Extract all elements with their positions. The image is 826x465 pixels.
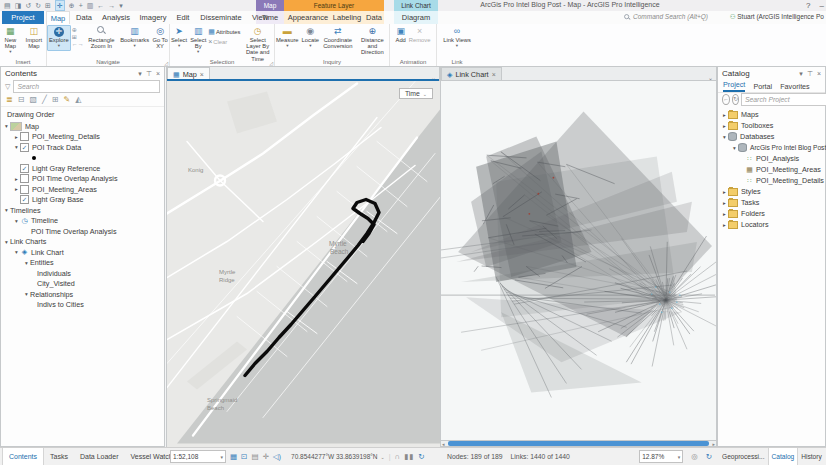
list-by-selection-icon[interactable]: ▧ [29, 95, 37, 104]
bottom-tab-tasks[interactable]: Tasks [44, 448, 74, 465]
pause-drawing-icon[interactable]: ▮▮ [404, 452, 414, 461]
node-relationships[interactable]: ▾Relationships [3, 289, 164, 300]
select-by-button[interactable]: ▥ Select By▾ [189, 25, 207, 57]
tab-disseminate[interactable]: Disseminate [196, 11, 246, 24]
refresh-link-chart-icon[interactable]: ↻ [706, 452, 712, 461]
node-timelines[interactable]: ▾Timelines [3, 205, 164, 216]
checkbox-checked[interactable]: ✓ [20, 143, 29, 152]
tab-time[interactable]: Time [256, 11, 284, 24]
remove-animation-button[interactable]: × Remove [408, 25, 432, 44]
list-by-perspective-icon[interactable]: ◭ [75, 95, 81, 104]
pane-menu-icon[interactable]: ▾ [799, 70, 803, 78]
sound-icon[interactable]: ◁) [273, 452, 281, 461]
node-entities[interactable]: ▾Entities [3, 258, 164, 269]
plus-icon[interactable]: + [79, 1, 83, 10]
next-extent-icon[interactable]: → [108, 1, 115, 10]
navigate-mini-buttons[interactable]: ⊕ ⊞ ←→ [72, 27, 84, 47]
node-link-chart[interactable]: ▾◈Link Chart [3, 247, 164, 258]
goto-xy-button[interactable]: ◎ Go To XY [151, 25, 169, 50]
checkbox-checked[interactable]: ✓ [20, 164, 29, 173]
customize-qat-icon[interactable]: ▾ [119, 1, 123, 10]
link-chart-zoom-select[interactable]: 12.87%▾ [639, 450, 683, 463]
checkbox-unchecked[interactable] [20, 174, 29, 183]
layer-poi-track-data[interactable]: ▾✓POI Track Data [3, 142, 164, 153]
import-map-button[interactable]: ◫ Import Map [22, 25, 46, 50]
explore-button[interactable]: ✛ Explore▾ [47, 25, 71, 51]
fixed-zoom-icon[interactable]: ⊞ [72, 34, 84, 40]
refresh-map-icon[interactable]: ↻ [418, 452, 424, 461]
tab-imagery[interactable]: Imagery [136, 11, 170, 24]
catalog-tab-portal[interactable]: Portal [753, 82, 772, 91]
link-chart-hscrollbar[interactable]: ◂ ▸ [440, 440, 717, 447]
tab-data[interactable]: Data [72, 11, 96, 24]
full-extent-icon[interactable]: ⊡ [241, 452, 247, 461]
scroll-right-icon[interactable]: ▸ [711, 441, 716, 447]
relationship-indivs-to-cities[interactable]: Indivs to Cities [3, 300, 164, 311]
catalog-styles[interactable]: ▸Styles [721, 186, 825, 197]
pin-icon[interactable]: ⊤ [807, 70, 813, 78]
layer-light-gray-base[interactable]: ✓Light Gray Base [3, 195, 164, 206]
help-button[interactable]: ? [806, 1, 810, 10]
entity-city-visited[interactable]: City_Visited [3, 279, 164, 290]
user-account[interactable]: ⚇ Stuart (ArcGIS Intelligence Po [730, 13, 824, 21]
list-by-snapping-icon[interactable]: ⊞ [52, 95, 59, 104]
command-search[interactable]: Command Search (Alt+Q) [623, 13, 708, 21]
redo-icon[interactable]: ↻ [35, 1, 41, 10]
symbol-point[interactable] [3, 153, 164, 164]
layer-poi-meeting-details[interactable]: ▸POI_Meeting_Details [3, 132, 164, 143]
tab-map[interactable]: Map [46, 11, 70, 24]
link-chart-canvas[interactable] [440, 81, 717, 441]
bookmarks-icon[interactable]: ▥ [87, 1, 94, 10]
map-canvas[interactable]: KonigMyrtleBeachMyrtleRidgeSpringmaidBea… [166, 81, 440, 447]
snapping-icon[interactable]: ∩ [395, 452, 400, 461]
catalog-tab-project[interactable]: Project [723, 80, 745, 92]
clear-button[interactable]: × Clear [208, 38, 240, 45]
layer-light-gray-reference[interactable]: ✓Light Gray Reference [3, 163, 164, 174]
pan-icon[interactable]: ✛ [262, 452, 268, 461]
scroll-left-icon[interactable]: ◂ [441, 441, 446, 447]
previous-extent-icon[interactable]: ← [97, 1, 104, 10]
tab-appearance[interactable]: Appearance [286, 11, 330, 24]
close-link-chart-tab-icon[interactable]: × [492, 71, 496, 78]
bottom-tab-data-loader[interactable]: Data Loader [74, 448, 125, 465]
tab-diagram[interactable]: Diagram [396, 11, 436, 24]
back-icon[interactable]: ← [722, 94, 730, 105]
catalog-toolboxes[interactable]: ▸Toolboxes [721, 120, 825, 131]
catalog-folders[interactable]: ▸Folders [721, 208, 825, 219]
catalog-gdb[interactable]: ▾ArcGis Pro Intel Blog Post.gdb [721, 142, 825, 153]
bookmarks-button[interactable]: ▥ Bookmarks▾ [119, 25, 150, 50]
close-map-tab-icon[interactable]: × [200, 71, 204, 78]
link-chart-view-tab[interactable]: ◈ Link Chart × [441, 67, 502, 81]
catalog-locators[interactable]: ▸Locators [721, 219, 825, 230]
tab-project[interactable]: Project [2, 11, 44, 24]
list-by-editing-icon[interactable]: ╱ [42, 95, 47, 104]
link-views-button[interactable]: ∞ Link Views▾ [442, 25, 472, 50]
save-project-icon[interactable]: ◨ [15, 1, 22, 10]
bottom-tab-contents[interactable]: Contents [2, 448, 44, 465]
tab-edit[interactable]: Edit [172, 11, 194, 24]
catalog-search-input[interactable] [741, 93, 826, 106]
close-icon[interactable]: × [817, 70, 821, 78]
time-button[interactable]: Time⌄ [399, 88, 433, 99]
filter-icon[interactable]: ▽ [5, 83, 10, 91]
node-link-charts[interactable]: ▾Link Charts [3, 237, 164, 248]
tab-data-contextual[interactable]: Data [364, 11, 384, 24]
map-coordinates[interactable]: 70.8544277°W 33.8639198°N⌄ [291, 453, 385, 460]
tab-analysis[interactable]: Analysis [98, 11, 134, 24]
layer-map[interactable]: ▾Map [3, 121, 164, 132]
entity-individuals[interactable]: Individuals [3, 268, 164, 279]
checkbox-unchecked[interactable] [20, 132, 29, 141]
selection-grid-icon[interactable]: ▦ [230, 452, 237, 461]
catalog-poi-meeting-areas[interactable]: ▦POI_Meeting_Areas [721, 164, 825, 175]
checkbox-unchecked[interactable] [20, 185, 29, 194]
close-icon[interactable]: × [156, 70, 160, 78]
bottom-tab-catalog[interactable]: Catalog [768, 448, 799, 465]
rectangle-zoom-button[interactable]: Rectangle Zoom In [85, 25, 118, 50]
checkbox-checked[interactable]: ✓ [20, 195, 29, 204]
catalog-poi-meeting-details[interactable]: ∷POI_Meeting_Details [721, 175, 825, 186]
catalog-tab-favorites[interactable]: Favorites [780, 82, 810, 91]
extent-arrows-icon[interactable]: ←→ [72, 41, 84, 47]
pane-menu-icon[interactable]: ▾ [138, 70, 142, 78]
undo-icon[interactable]: ↺ [25, 1, 31, 10]
full-extent-icon[interactable]: ⊕ [72, 27, 84, 33]
